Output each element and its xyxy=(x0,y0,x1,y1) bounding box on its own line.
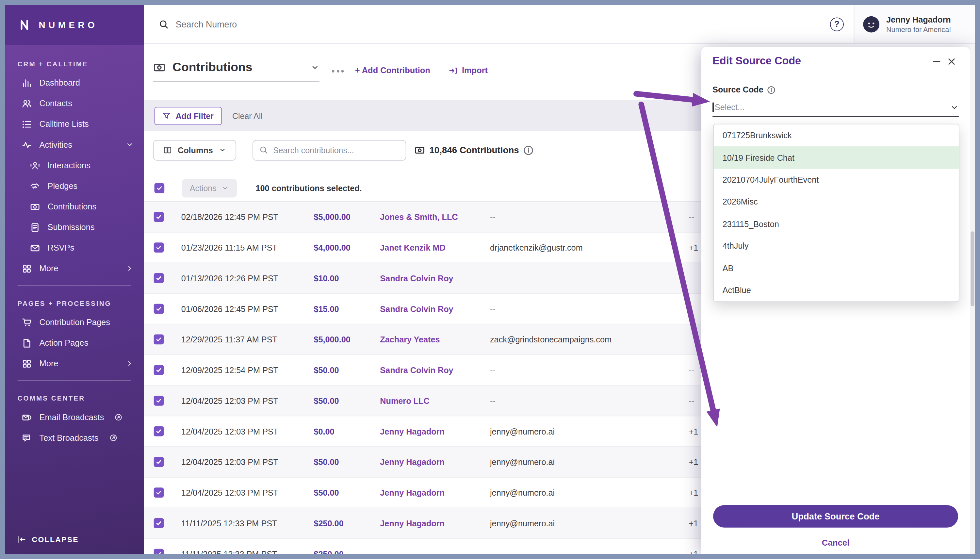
sidebar-item-text-broadcasts[interactable]: Text Broadcasts xyxy=(5,428,144,448)
sidebar-item-interactions[interactable]: Interactions xyxy=(5,155,144,175)
source-code-option[interactable]: 4thJuly xyxy=(714,235,959,257)
row-checkbox[interactable] xyxy=(154,396,164,406)
user-menu[interactable]: Jenny Hagadorn Numero for America! xyxy=(854,5,975,43)
contribution-amount-link[interactable]: $4,000.00 xyxy=(314,243,380,252)
action-pages-icon xyxy=(22,338,32,348)
row-checkbox[interactable] xyxy=(154,427,164,437)
add-contribution-button[interactable]: + Add Contribution xyxy=(355,66,430,75)
row-checkbox[interactable] xyxy=(154,334,164,345)
source-code-field-label-row: Source Code xyxy=(712,85,959,94)
add-filter-button[interactable]: Add Filter xyxy=(155,106,222,124)
contribution-donor-link[interactable]: -- xyxy=(380,549,490,554)
sidebar-item-activities[interactable]: Activities xyxy=(5,134,144,155)
collapse-sidebar-button[interactable]: COLLAPSE xyxy=(18,536,79,544)
help-icon[interactable]: ? xyxy=(830,17,844,31)
contribution-amount-link[interactable]: $50.00 xyxy=(314,396,380,405)
contribution-donor-link[interactable]: Zachary Yeates xyxy=(380,335,490,344)
contribution-amount-link[interactable]: $0.00 xyxy=(314,427,380,436)
sidebar-item-contacts[interactable]: Contacts xyxy=(5,93,144,114)
source-code-option[interactable]: 231115_Boston xyxy=(714,213,959,235)
source-code-select[interactable]: Select... xyxy=(712,103,959,117)
row-checkbox[interactable] xyxy=(154,457,164,467)
contribution-amount-link[interactable]: $50.00 xyxy=(314,488,380,497)
info-icon[interactable] xyxy=(767,85,776,94)
row-checkbox[interactable] xyxy=(154,212,164,222)
contribution-amount-link[interactable]: $5,000.00 xyxy=(314,212,380,222)
contribution-amount-link[interactable]: $50.00 xyxy=(314,457,380,467)
import-button[interactable]: Import xyxy=(449,66,488,75)
source-code-option[interactable]: 2026Misc xyxy=(714,191,959,213)
contribution-donor-link[interactable]: Sandra Colvin Roy xyxy=(380,304,490,314)
contribution-date: 01/06/2026 12:45 PM PST xyxy=(181,304,314,314)
minimize-icon xyxy=(932,56,941,66)
row-checkbox[interactable] xyxy=(154,518,164,528)
columns-label: Columns xyxy=(178,146,213,155)
contribution-donor-link[interactable]: Jenny Hagadorn xyxy=(380,427,490,436)
sidebar-item-calltime-lists[interactable]: Calltime Lists xyxy=(5,114,144,134)
view-selector-dropdown[interactable]: Contributions xyxy=(153,60,319,82)
check-icon xyxy=(155,428,162,435)
contribution-amount-link[interactable]: $10.00 xyxy=(314,273,380,283)
numero-logo-icon xyxy=(19,18,32,32)
contribution-amount-link[interactable]: $5,000.00 xyxy=(314,335,380,344)
row-checkbox[interactable] xyxy=(154,304,164,314)
sidebar-item-contributions[interactable]: Contributions xyxy=(5,196,144,217)
contribution-donor-link[interactable]: Jenny Hagadorn xyxy=(380,518,490,528)
sidebar-item-more-pages[interactable]: More xyxy=(5,353,144,374)
contribution-donor-link[interactable]: Janet Kenzik MD xyxy=(380,243,490,252)
contribution-amount-link[interactable]: $250.00 xyxy=(314,518,380,528)
contribution-amount-link[interactable]: $15.00 xyxy=(314,304,380,314)
contribution-date: 11/11/2025 12:33 PM PST xyxy=(181,518,314,528)
source-code-option[interactable]: AB xyxy=(714,257,959,280)
close-button[interactable] xyxy=(944,54,959,68)
scrollbar-thumb[interactable] xyxy=(970,231,974,306)
sidebar-item-contribution-pages[interactable]: Contribution Pages xyxy=(5,312,144,332)
cancel-button[interactable]: Cancel xyxy=(701,538,970,548)
row-checkbox[interactable] xyxy=(154,365,164,375)
sidebar-item-submissions[interactable]: Submissions xyxy=(5,217,144,238)
user-name: Jenny Hagadorn xyxy=(886,15,951,25)
contribution-date: 02/18/2026 12:45 PM PST xyxy=(181,212,314,222)
contribution-date: 11/11/2025 12:33 PM PST xyxy=(181,549,314,554)
global-search-input[interactable] xyxy=(176,19,438,29)
contribution-donor-link[interactable]: Jenny Hagadorn xyxy=(380,457,490,467)
contribution-date: 12/09/2025 12:54 PM PST xyxy=(181,365,314,375)
row-checkbox[interactable] xyxy=(154,549,164,554)
sidebar-item-more-crm[interactable]: More xyxy=(5,258,144,279)
contribution-donor-link[interactable]: Numero LLC xyxy=(380,396,490,405)
contribution-amount-link[interactable]: $250.00 xyxy=(314,549,380,554)
sidebar-item-action-pages[interactable]: Action Pages xyxy=(5,332,144,353)
select-all-checkbox[interactable] xyxy=(155,183,165,194)
contribution-donor-link[interactable]: Jenny Hagadorn xyxy=(380,488,490,497)
contribution-date: 01/13/2026 12:26 PM PST xyxy=(181,273,314,283)
contributions-search[interactable] xyxy=(253,140,407,160)
avatar xyxy=(863,15,880,33)
clear-all-filters-button[interactable]: Clear All xyxy=(232,111,263,121)
columns-button[interactable]: Columns xyxy=(153,140,236,160)
actions-button[interactable]: Actions xyxy=(182,179,237,197)
row-checkbox[interactable] xyxy=(154,488,164,498)
row-checkbox[interactable] xyxy=(154,273,164,283)
minimize-button[interactable] xyxy=(929,54,944,68)
source-code-option[interactable]: 10/19 Fireside Chat xyxy=(714,146,959,169)
sidebar-item-dashboard[interactable]: Dashboard xyxy=(5,73,144,93)
source-code-option[interactable]: 20210704JulyFourthEvent xyxy=(714,169,959,191)
source-code-option[interactable]: 071725Brunkswick xyxy=(714,124,959,147)
sidebar-item-email-broadcasts[interactable]: Email Broadcasts xyxy=(5,407,144,428)
check-icon xyxy=(155,214,162,220)
numero-logo[interactable]: NUMERO xyxy=(5,5,144,45)
row-checkbox[interactable] xyxy=(154,242,164,253)
update-source-code-button[interactable]: Update Source Code xyxy=(713,505,958,528)
global-search[interactable] xyxy=(144,19,830,29)
info-icon[interactable] xyxy=(523,145,534,155)
contributions-search-input[interactable] xyxy=(273,146,399,155)
sidebar-item-pledges[interactable]: Pledges xyxy=(5,176,144,196)
source-code-options-list: 071725Brunkswick 10/19 Fireside Chat 202… xyxy=(713,124,959,302)
contribution-donor-link[interactable]: Jones & Smith, LLC xyxy=(380,212,490,222)
sidebar-item-rsvps[interactable]: RSVPs xyxy=(5,238,144,258)
source-code-option[interactable]: ActBlue xyxy=(714,280,959,301)
overflow-menu-icon[interactable] xyxy=(332,70,344,73)
contribution-donor-link[interactable]: Sandra Colvin Roy xyxy=(380,273,490,283)
contribution-amount-link[interactable]: $50.00 xyxy=(314,365,380,375)
contribution-donor-link[interactable]: Sandra Colvin Roy xyxy=(380,365,490,375)
